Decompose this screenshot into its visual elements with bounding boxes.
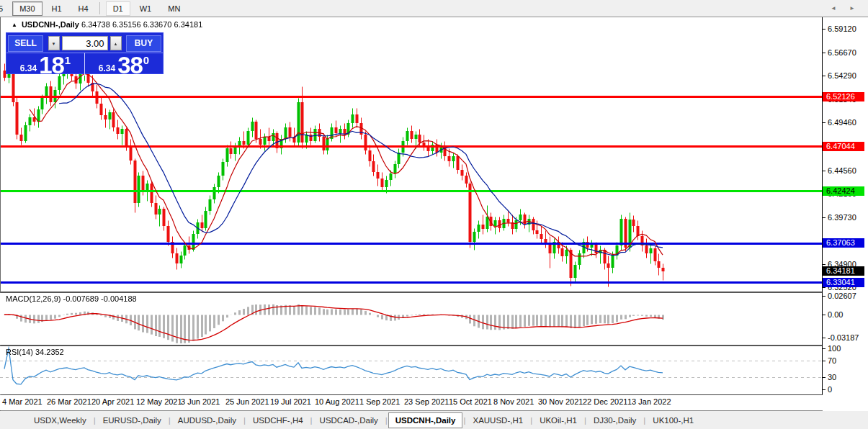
macd-name: MACD(12,26,9) [6,294,61,303]
sell-price-point: 1 [65,54,71,66]
macd-values: -0.007689 -0.004188 [63,294,136,303]
level-price-label[interactable]: 6.37063 [823,238,864,248]
rsi-scale-label: 100 [828,344,841,353]
buy-price-pips: 38 [117,55,143,76]
timeframe-button-w1[interactable]: W1 [133,1,159,16]
buy-price-point: 0 [143,54,149,66]
price-tick-label: 6.59120 [828,24,856,33]
toolbar-divider [99,2,100,14]
date-tick-label: 10 Aug 2021 [315,397,359,406]
price-tick-label: 6.44560 [828,166,856,175]
chart-tab-usdcnh-daily[interactable]: USDCNH-,Daily [388,412,463,428]
buy-button[interactable]: BUY [126,35,161,52]
axis-tick-mark [823,315,826,315]
axis-tick-mark [823,348,826,349]
sell-price-display[interactable]: 6.34 18 1 [6,53,84,76]
date-tick-label: 23 Sep 2021 [404,397,449,406]
chart-tab-xauusd-h1[interactable]: XAUUSD-,H1 [466,413,529,428]
collapse-triangle-icon[interactable]: ▲ [12,22,17,28]
level-price-label[interactable]: 6.42424 [823,186,864,196]
chart-tab-usdcad-daily[interactable]: USDCAD-,Daily [313,413,385,428]
axis-tick-mark [823,377,826,378]
sell-button[interactable]: SELL [8,35,43,52]
buy-price-prefix: 6.34 [99,63,115,73]
chart-tab-eurusd-daily[interactable]: EURUSD-,Daily [97,413,168,428]
chart-tab-bar: USDX,Weekly|EURUSD-,Daily|AUDUSD-,Daily|… [0,411,868,429]
timeframe-button-h4[interactable]: H4 [71,1,96,16]
ohlc-readout: 6.34738 6.35156 6.33670 6.34181 [81,20,202,29]
level-price-label[interactable]: 6.47044 [823,142,864,151]
date-tick-label: 22 Dec 2021 [583,397,627,406]
date-tick-label: 4 Mar 2021 [2,397,42,406]
level-price-label[interactable]: 6.33041 [823,278,864,287]
timeframe-button-m30[interactable]: M30 [12,1,42,16]
date-tick-label: 20 Apr 2021 [91,397,134,406]
sell-price-prefix: 6.34 [20,63,37,73]
axis-tick-mark [823,389,826,390]
rsi-value: 34.2352 [35,348,64,356]
timeframe-button-h1[interactable]: H1 [45,1,69,16]
symbol-period-label: USDCNH-,Daily [22,20,79,29]
date-tick-label: 15 Oct 2021 [449,397,492,406]
buy-price-display[interactable]: 6.34 38 0 [84,53,163,76]
time-axis[interactable]: 4 Mar 202126 Mar 202120 Apr 202112 May 2… [0,395,822,410]
current-price-label: 6.34181 [823,266,864,276]
timeframe-button-5[interactable]: 5 [0,1,10,16]
chart-tab-usdx-weekly[interactable]: USDX,Weekly [27,413,93,428]
chart-tab-dj30-daily[interactable]: DJ30-,Daily [587,413,643,428]
price-tick-label: 6.56670 [828,48,856,57]
macd-scale-label: 0.02607 [828,292,856,300]
axis-tick-mark [823,264,826,265]
rsi-scale-label: 70 [828,356,836,365]
rsi-indicator-canvas[interactable] [0,346,822,394]
sell-price-pips: 18 [39,55,64,76]
chart-tab-usdchf-h4[interactable]: USDCHF-,H4 [246,413,310,428]
axis-tick-mark [823,29,826,30]
date-tick-label: 8 Nov 2021 [493,397,534,406]
timeframe-toolbar: 5M30H1H4D1W1MN [0,0,868,17]
rsi-scale-label: 0 [828,385,832,394]
axis-tick-mark [823,53,826,53]
timeframe-button-mn[interactable]: MN [161,1,187,16]
macd-label: MACD(12,26,9) -0.007689 -0.004188 [6,294,137,303]
rsi-scale-label: 30 [828,373,836,381]
timeframe-button-d1[interactable]: D1 [106,1,130,16]
axis-tick-mark [823,217,826,218]
axis-tick-mark [823,296,826,297]
rsi-label: RSI(14) 34.2352 [6,348,64,356]
volume-increase-button[interactable]: ▲ [110,36,122,50]
price-tick-label: 6.39730 [828,213,856,222]
level-price-label[interactable]: 6.52126 [823,92,864,101]
date-tick-label: 3 Jun 2021 [181,397,220,406]
axis-tick-mark [823,76,826,76]
chart-tab-uk100-h1[interactable]: UK100-,H1 [646,413,700,428]
macd-scale-label: -0.03187 [828,333,859,342]
date-tick-label: 13 Jan 2022 [627,397,671,406]
axis-tick-mark [823,338,826,338]
chart-tab-ukoil-h1[interactable]: UKOil-,H1 [533,413,583,428]
date-tick-label: 1 Sep 2021 [359,397,400,406]
date-tick-label: 25 Jun 2021 [225,397,269,406]
volume-decrease-button[interactable]: ▼ [48,36,60,50]
axis-tick-mark [823,171,826,171]
axis-tick-mark [823,287,826,288]
axis-tick-mark [823,361,826,361]
macd-scale-label: 0.00 [828,310,843,319]
price-tick-label: 6.54290 [828,71,856,80]
one-click-trade-panel: SELL ▼ ▲ BUY 6.34 18 1 6.34 38 0 [6,32,164,74]
date-tick-label: 30 Nov 2021 [538,397,583,406]
mt4-window: 5M30H1H4D1W1MN ▲USDCNH-,Daily 6.34738 6.… [0,0,868,429]
price-tick-label: 6.49460 [828,118,856,127]
tab-scroll-arrows[interactable]: ◄ ► [831,5,861,12]
axis-tick-mark [823,122,826,123]
price-axis[interactable]: 6.591206.566706.542906.518406.494606.470… [823,17,868,411]
chart-tab-audusd-daily[interactable]: AUDUSD-,Daily [171,413,243,428]
date-tick-label: 26 Mar 2021 [47,397,91,406]
date-tick-label: 19 Jul 2021 [270,397,311,406]
volume-input[interactable] [62,36,108,50]
date-tick-label: 12 May 2021 [136,397,182,406]
rsi-name: RSI(14) [6,348,33,356]
chart-title: ▲USDCNH-,Daily 6.34738 6.35156 6.33670 6… [12,20,202,29]
